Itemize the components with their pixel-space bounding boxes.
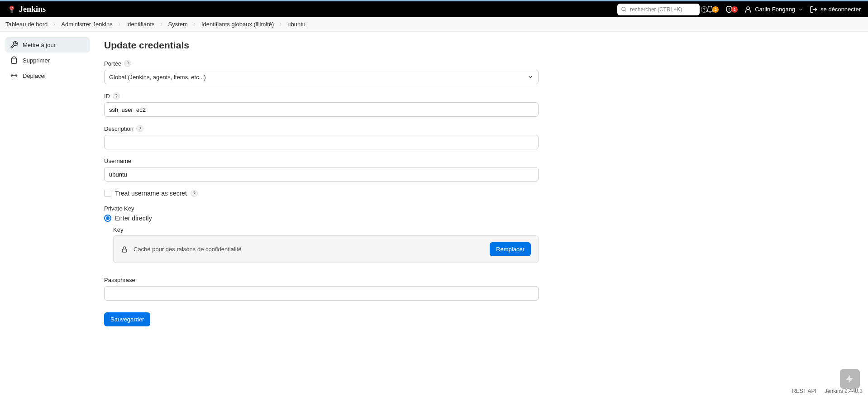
scope-value: Global (Jenkins, agents, items, etc...): [109, 74, 206, 81]
page-title: Update credentials: [104, 40, 539, 51]
replace-button[interactable]: Remplacer: [490, 242, 531, 256]
description-label: Description: [104, 125, 134, 132]
svg-point-7: [704, 11, 705, 11]
svg-point-2: [12, 7, 13, 8]
chevron-right-icon: [159, 22, 164, 27]
help-icon[interactable]: ?: [136, 125, 143, 132]
header: Jenkins 2 1 Carlin Fongang se déconnecte…: [0, 0, 868, 17]
header-right: 2 1 Carlin Fongang se déconnecter: [617, 4, 861, 15]
save-button[interactable]: Sauvegarder: [104, 312, 150, 326]
svg-point-4: [622, 7, 625, 10]
sidebar-item-label: Déplacer: [23, 72, 46, 79]
passphrase-group: Passphrase: [104, 277, 539, 301]
chevron-right-icon: [52, 22, 57, 27]
breadcrumb-credentials[interactable]: Identifiants: [126, 21, 155, 28]
svg-point-0: [10, 5, 14, 10]
chevron-right-icon: [278, 22, 283, 27]
help-icon[interactable]: ?: [124, 60, 131, 67]
private-key-label: Private Key: [104, 205, 134, 212]
help-icon[interactable]: ?: [191, 190, 198, 197]
move-icon: [10, 72, 18, 80]
scope-select[interactable]: Global (Jenkins, agents, items, etc...): [104, 70, 539, 84]
user-menu[interactable]: Carlin Fongang: [744, 5, 803, 14]
passphrase-label: Passphrase: [104, 277, 135, 283]
main-content: Update credentials Portée ? Global (Jenk…: [95, 32, 548, 335]
chevron-down-icon: [798, 7, 803, 12]
svg-rect-13: [122, 249, 126, 252]
username-label: Username: [104, 158, 131, 164]
breadcrumb-system[interactable]: System: [168, 21, 188, 28]
username-group: Username: [104, 158, 539, 182]
scope-label: Portée: [104, 60, 121, 67]
header-left: Jenkins: [7, 5, 46, 14]
trash-icon: [10, 56, 18, 64]
search-input[interactable]: [630, 6, 698, 13]
notifications-button[interactable]: 2: [706, 5, 719, 14]
logout-label: se déconnecter: [820, 6, 861, 13]
logout-icon: [810, 5, 818, 14]
passphrase-input[interactable]: [104, 286, 539, 301]
logout-button[interactable]: se déconnecter: [810, 5, 861, 14]
treat-secret-group: Treat username as secret ?: [104, 190, 539, 197]
chevron-right-icon: [117, 22, 122, 27]
sidebar-item-update[interactable]: Mettre à jour: [5, 37, 90, 53]
sidebar-item-label: Supprimer: [23, 57, 50, 64]
enter-directly-label: Enter directly: [115, 215, 152, 222]
key-label: Key: [113, 226, 539, 233]
wrench-icon: [10, 41, 18, 49]
svg-rect-3: [11, 10, 13, 13]
lock-icon: [121, 246, 128, 253]
svg-point-9: [729, 10, 730, 11]
id-group: ID ?: [104, 92, 539, 117]
description-input[interactable]: [104, 135, 539, 149]
key-box: Caché pour des raisons de confidentialit…: [113, 235, 539, 263]
key-section: Key Caché pour des raisons de confidenti…: [113, 226, 539, 263]
key-hidden-text: Caché pour des raisons de confidentialit…: [134, 246, 241, 253]
description-group: Description ?: [104, 125, 539, 149]
help-icon[interactable]: ?: [113, 92, 120, 100]
search-icon: [621, 6, 627, 13]
scope-group: Portée ? Global (Jenkins, agents, items,…: [104, 60, 539, 84]
chevron-right-icon: [192, 22, 197, 27]
breadcrumb-dashboard[interactable]: Tableau de bord: [5, 21, 48, 28]
alert-badge: 1: [731, 6, 738, 13]
sidebar-item-delete[interactable]: Supprimer: [5, 53, 90, 68]
sidebar-item-label: Mettre à jour: [23, 42, 56, 48]
alerts-button[interactable]: 1: [725, 5, 738, 14]
breadcrumb: Tableau de bord Administrer Jenkins Iden…: [0, 17, 868, 32]
chevron-down-icon: [527, 74, 534, 80]
breadcrumb-manage[interactable]: Administrer Jenkins: [61, 21, 112, 28]
id-input[interactable]: [104, 102, 539, 117]
sidebar: Mettre à jour Supprimer Déplacer: [0, 32, 95, 335]
svg-line-5: [625, 10, 626, 11]
notification-badge: 2: [712, 6, 719, 13]
user-icon: [744, 5, 752, 14]
enter-directly-radio[interactable]: [104, 215, 111, 222]
key-hidden: Caché pour des raisons de confidentialit…: [121, 246, 241, 253]
sidebar-item-move[interactable]: Déplacer: [5, 68, 90, 83]
private-key-group: Private Key Enter directly Key Caché pou…: [104, 205, 539, 263]
svg-point-10: [747, 7, 749, 10]
user-name: Carlin Fongang: [755, 6, 795, 13]
breadcrumb-global[interactable]: Identifiants globaux (illimité): [201, 21, 274, 28]
layout: Mettre à jour Supprimer Déplacer Update …: [0, 32, 868, 335]
jenkins-icon: [7, 5, 16, 14]
id-label: ID: [104, 93, 110, 100]
svg-point-1: [11, 7, 12, 8]
breadcrumb-ubuntu[interactable]: ubuntu: [287, 21, 305, 28]
app-name: Jenkins: [19, 5, 46, 14]
search-container: [617, 4, 700, 15]
username-input[interactable]: [104, 167, 539, 182]
treat-secret-checkbox[interactable]: [104, 190, 111, 197]
treat-secret-label: Treat username as secret: [115, 190, 187, 197]
jenkins-logo[interactable]: Jenkins: [7, 5, 46, 14]
